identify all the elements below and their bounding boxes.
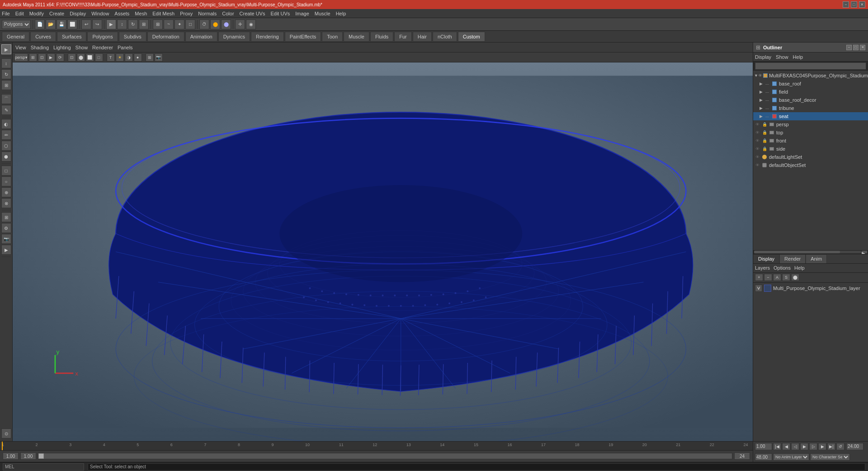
menu-edituvs[interactable]: Edit UVs <box>270 11 290 16</box>
paint-weights-button[interactable]: ⬡ <box>1 141 11 151</box>
menu-image[interactable]: Image <box>295 11 309 16</box>
hscroll-right-btn[interactable]: ▶ <box>862 251 867 253</box>
vp-light-toggle[interactable]: ☀ <box>116 53 124 62</box>
ipr-button[interactable]: ⬤ <box>221 19 231 29</box>
layer-extra-button[interactable]: ⬤ <box>791 274 799 281</box>
menu-assets[interactable]: Assets <box>114 11 129 16</box>
move-tool-button[interactable]: ↕ <box>1 58 11 68</box>
history-button[interactable]: ⏱ <box>199 19 209 29</box>
tab-rendering[interactable]: Rendering <box>251 32 284 42</box>
menu-window[interactable]: Window <box>91 11 109 16</box>
snap-point-button[interactable]: ✦ <box>175 19 184 29</box>
tab-toon[interactable]: Toon <box>322 32 343 42</box>
tree-label-base-roof[interactable]: base_roof <box>779 81 801 86</box>
layers-menu-layers[interactable]: Layers <box>755 265 770 271</box>
vp-menu-panels[interactable]: Panels <box>118 45 133 50</box>
tree-label-field[interactable]: field <box>779 89 788 95</box>
rotate-tool-button[interactable]: ↻ <box>1 69 11 79</box>
panel-tab-anim[interactable]: Anim <box>806 254 827 263</box>
sculpt-button[interactable]: ◐ <box>1 119 11 129</box>
show-grid-button[interactable]: ⊞ <box>1 212 11 222</box>
menu-editmesh[interactable]: Edit Mesh <box>152 11 175 16</box>
vp-fit-sel[interactable]: ⊡ <box>38 53 46 62</box>
tree-item-root[interactable]: ▼ 👁 MultiFBXASC045Purpose_Olympic_Stadiu… <box>753 71 868 80</box>
layers-menu-options[interactable]: Options <box>774 265 791 271</box>
undo-button[interactable]: ↩ <box>81 19 91 29</box>
vp-shadow-toggle[interactable]: ◑ <box>125 53 133 62</box>
play-button[interactable]: ▶ <box>800 443 808 450</box>
render-view-button[interactable]: ▶ <box>1 245 11 255</box>
outliner-close-button[interactable]: ✕ <box>860 45 865 50</box>
scale-button[interactable]: ⊞ <box>139 19 149 29</box>
quicksel-button[interactable]: ⊙ <box>1 428 11 438</box>
create-joint-button[interactable]: ⊕ <box>1 187 11 197</box>
vp-sync[interactable]: ⟳ <box>56 53 64 62</box>
tree-item-side[interactable]: 👁 🔒 side <box>753 145 868 153</box>
layer-attrs-button[interactable]: A <box>773 274 781 281</box>
menu-createuvs[interactable]: Create UVs <box>240 11 265 16</box>
minimize-button[interactable]: − <box>843 1 849 8</box>
outliner-menu-help[interactable]: Help <box>793 54 803 60</box>
select-button[interactable]: ▶ <box>106 19 116 29</box>
camera-button[interactable]: 📷 <box>1 234 11 244</box>
tree-item-default-object-set[interactable]: 👁 defaultObjectSet <box>753 161 868 169</box>
tab-muscle[interactable]: Muscle <box>344 32 369 42</box>
menu-color[interactable]: Color <box>222 11 234 16</box>
tab-fur[interactable]: Fur <box>394 32 412 42</box>
layer-sel-button[interactable]: S <box>782 274 790 281</box>
delete-layer-button[interactable]: − <box>764 274 772 281</box>
soft-select-button[interactable]: ◉ <box>246 19 256 29</box>
new-file-button[interactable]: 📄 <box>35 19 45 29</box>
vp-shading-smooth[interactable]: ⬤ <box>77 53 85 62</box>
speed-input[interactable] <box>20 452 36 460</box>
next-key-button[interactable]: ▷ <box>809 443 817 450</box>
tree-label-persp[interactable]: persp <box>776 122 789 127</box>
tab-polygons[interactable]: Polygons <box>87 32 118 42</box>
select-tool-button[interactable]: ▶ <box>1 44 11 54</box>
outliner-hscroll[interactable]: ▶ <box>753 250 868 254</box>
menu-mesh[interactable]: Mesh <box>135 11 147 16</box>
vp-camera-select[interactable]: persp▾ <box>14 53 28 62</box>
tree-item-default-light-set[interactable]: 👁 defaultLightSet <box>753 153 868 161</box>
tab-curves[interactable]: Curves <box>30 32 56 42</box>
mode-select[interactable]: Polygons <box>2 20 31 29</box>
menu-create[interactable]: Create <box>49 11 64 16</box>
goto-end-button[interactable]: ▶| <box>827 443 835 450</box>
tab-custom[interactable]: Custom <box>458 32 485 42</box>
tree-item-tribune[interactable]: ▶ — tribune <box>753 104 868 112</box>
vp-fit-all[interactable]: ⊞ <box>29 53 37 62</box>
tree-item-front[interactable]: 👁 🔒 front <box>753 137 868 145</box>
layer-name[interactable]: Multi_Purpose_Olympic_Stadium_layer <box>773 285 866 291</box>
layer-visibility-toggle[interactable]: V <box>755 285 762 292</box>
artisan-button[interactable]: ✏ <box>1 130 11 140</box>
panel-tab-render[interactable]: Render <box>779 254 806 263</box>
tab-fluids[interactable]: Fluids <box>370 32 393 42</box>
move-button[interactable]: ↕ <box>117 19 127 29</box>
tree-label-light-set[interactable]: defaultLightSet <box>769 154 802 160</box>
tab-hair[interactable]: Hair <box>413 32 432 42</box>
tree-label-seat[interactable]: seat <box>779 114 788 119</box>
save-file-button[interactable]: 💾 <box>57 19 66 29</box>
maximize-button[interactable]: □ <box>851 1 857 8</box>
tree-label-tribune[interactable]: tribune <box>779 105 794 111</box>
vp-menu-lighting[interactable]: Lighting <box>53 45 71 50</box>
menu-modify[interactable]: Modify <box>29 11 44 16</box>
tree-label-top[interactable]: top <box>776 130 783 135</box>
layers-menu-help[interactable]: Help <box>794 265 805 271</box>
goto-start-button[interactable]: |◀ <box>773 443 781 450</box>
prev-frame-button[interactable]: ◀ <box>782 443 790 450</box>
tree-label-side[interactable]: side <box>776 146 785 152</box>
outliner-search-input[interactable] <box>755 62 866 70</box>
vp-menu-view[interactable]: View <box>15 45 26 50</box>
outliner-min-button[interactable]: − <box>846 45 852 50</box>
open-file-button[interactable]: 📂 <box>46 19 56 29</box>
menu-normals[interactable]: Normals <box>198 11 217 16</box>
menu-edit[interactable]: Edit <box>15 11 24 16</box>
anim-end-input[interactable] <box>846 443 863 450</box>
loop-button[interactable]: ↺ <box>836 443 844 450</box>
tree-item-top[interactable]: 👁 🔒 top <box>753 128 868 137</box>
tab-surfaces[interactable]: Surfaces <box>57 32 86 42</box>
snap-view-button[interactable]: □ <box>185 19 195 29</box>
range-start-input[interactable] <box>3 452 19 460</box>
char-set-select[interactable]: No Character Set <box>810 453 850 461</box>
